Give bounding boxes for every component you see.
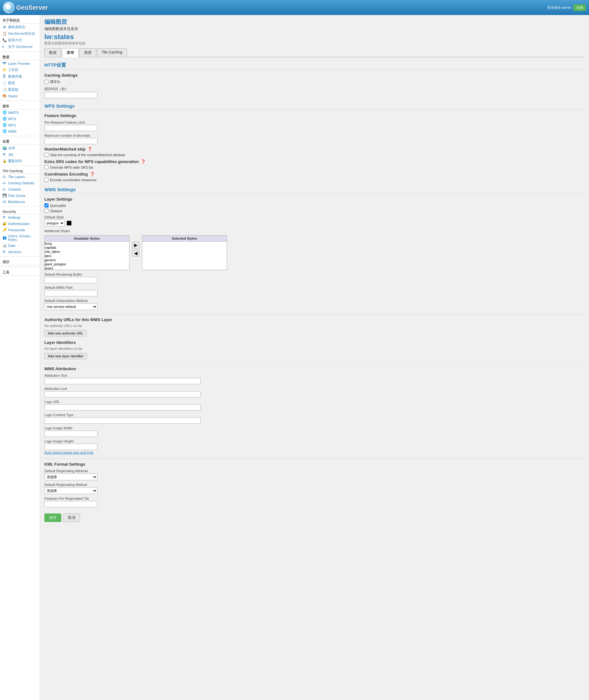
queryable-label: Queryable (50, 204, 66, 207)
tab-tile-caching[interactable]: Tile Caching (97, 48, 127, 57)
layer-settings-title: Layer Settings (44, 197, 585, 201)
sidebar-item-gridsets[interactable]: 🗂Gridsets (0, 186, 40, 192)
sidebar-section-demo: 演示 (0, 258, 40, 265)
override-srs-row: Override WFS wide SRS list (44, 165, 585, 169)
attribution-link-input[interactable] (44, 391, 201, 397)
add-authority-url-button[interactable]: Add new authority URL (44, 330, 86, 336)
move-right-button[interactable]: ▶ (132, 242, 140, 249)
tab-dimensions[interactable]: 维度 (79, 48, 96, 57)
regionating-attribute-select[interactable]: 清选择 (44, 473, 97, 480)
main-content: 编辑图层 编辑图数据并且发布 lw:states 配置当前图层的和发布信息 数据… (40, 15, 589, 700)
attribution-link-label: Attribution Link (44, 387, 585, 391)
header: GeoServer 登录身份 admin. 注销 (0, 0, 589, 15)
move-left-button[interactable]: ◀ (132, 250, 140, 257)
jai-icon: ⚙ (2, 152, 7, 157)
extra-srs-row: Extra SRS codes for WFS capabilities gen… (44, 159, 585, 164)
sidebar-item-about[interactable]: ℹ关于 GeoServer (0, 43, 40, 50)
sidebar-item-users[interactable]: 👥Users, Groups, Roles (0, 233, 40, 243)
queryable-checkbox[interactable] (44, 203, 48, 207)
wms-icon: 🌐 (2, 129, 7, 134)
logo-image-height-label: Logo Image Height (44, 439, 585, 443)
selected-styles-header: Selected Styles (142, 236, 227, 242)
logo-content-type-input[interactable] (44, 417, 201, 424)
sidebar-item-jai[interactable]: ⚙JAI (0, 151, 40, 158)
extra-srs-title: Extra SRS codes for WFS capabilities gen… (44, 159, 139, 164)
sidebar-section-security: Security (0, 208, 40, 215)
save-button[interactable]: 保存 (44, 514, 61, 522)
sidebar-item-caching-defaults[interactable]: 🗂Caching Defaults (0, 180, 40, 186)
page-subtitle: 编辑图数据并且发布 (44, 26, 585, 32)
sidebar-section-data: 数据 (0, 53, 40, 60)
sidebar-item-authentication[interactable]: 🔐Authentication (0, 221, 40, 227)
sidebar-item-coverage-access[interactable]: 🔒覆盖访问 (0, 158, 40, 164)
logo-image-height-input[interactable]: 0 (44, 444, 97, 450)
override-srs-checkbox[interactable] (44, 165, 48, 169)
auto-detect-link[interactable]: Auto-detect image size and type (44, 451, 93, 454)
features-per-tile-input[interactable] (44, 501, 97, 507)
sidebar-item-store[interactable]: 🗄数据存储 (0, 73, 40, 80)
sidebar-item-layer-preview[interactable]: 🗺Layer Preview (0, 60, 40, 66)
sidebar-item-workspace[interactable]: 📁工作区 (0, 66, 40, 73)
contact-icon: 📞 (2, 38, 7, 42)
encode-coordinates-checkbox[interactable] (44, 178, 48, 182)
auth-icon: 🔐 (2, 222, 7, 226)
default-wms-path-input[interactable] (44, 290, 97, 296)
cache-headers-row: 缓存头 (44, 80, 585, 84)
numbermatched-checkbox[interactable] (44, 153, 48, 157)
style-icon: 🎨 (2, 94, 7, 98)
preview-icon: 🗺 (2, 61, 7, 66)
log-icon: 📋 (2, 32, 7, 36)
logo-image-width-input[interactable]: 0 (44, 431, 97, 437)
add-layer-identifier-button[interactable]: Add new layer identifier (44, 353, 87, 359)
numbermatched-title: NumberMatched skip (44, 147, 85, 151)
sidebar-item-wmts[interactable]: 🌐WMTS (0, 110, 40, 116)
sidebar-item-wcs[interactable]: 🌐WCS (0, 116, 40, 122)
sidebar-item-data-sec[interactable]: 📊Data (0, 243, 40, 249)
cache-time-label: 缓存时间（秒） (44, 87, 585, 91)
cache-headers-checkbox[interactable] (44, 80, 48, 84)
store-icon: 🗄 (2, 75, 7, 79)
user-info: 登录身份 admin. (547, 5, 572, 10)
selected-styles-list[interactable] (142, 242, 227, 270)
sidebar-item-tile-layers[interactable]: 🗂Tile Layers (0, 174, 40, 180)
sidebar-item-contact[interactable]: 📞联系方式 (0, 37, 40, 43)
sidebar-item-global[interactable]: 🌍全球 (0, 145, 40, 151)
sidebar-item-blobstores[interactable]: 🗃BlobStores (0, 199, 40, 205)
max-decimals-input[interactable]: 0 (44, 138, 97, 144)
per-request-input[interactable]: 0 (44, 125, 97, 131)
default-style-select[interactable]: polygon line point (44, 220, 65, 227)
sidebar-item-log[interactable]: 📋GeoServer的日志 (0, 30, 40, 37)
per-request-label: Per-Request Feature Limit (44, 121, 585, 124)
available-styles-list[interactable]: burg capitals cite_lakes dem generic gia… (45, 242, 129, 270)
default-rendering-buffer-input[interactable] (44, 277, 97, 283)
style-color-preview[interactable] (66, 221, 71, 226)
sidebar-section-tile-caching: Tile Caching (0, 167, 40, 174)
cache-headers-label: 缓存头 (50, 80, 60, 84)
no-authority-urls-text: No authority URLs so far (44, 324, 585, 328)
sidebar-item-services-sec[interactable]: ⚙Services (0, 249, 40, 255)
cancel-button[interactable]: 取消 (63, 514, 80, 522)
regionating-method-select[interactable]: 清选择 (44, 487, 97, 494)
attribution-text-input[interactable] (44, 378, 201, 384)
cache-time-input[interactable] (44, 92, 97, 98)
logo-url-input[interactable] (44, 404, 201, 411)
sidebar-item-styles[interactable]: 🎨Styles (0, 93, 40, 99)
sidebar-item-layers[interactable]: 📄图层 (0, 80, 40, 86)
authority-urls-title: Authority URLs for this WMS Layer (44, 317, 585, 322)
sidebar-item-layergroup[interactable]: 📑图层组 (0, 86, 40, 93)
tab-data[interactable]: 数据 (44, 48, 61, 57)
sidebar-item-sec-settings[interactable]: ⚙Settings (0, 215, 40, 221)
sidebar-item-wfs[interactable]: 🌐WFS (0, 122, 40, 128)
tab-publish[interactable]: 发布 (62, 48, 79, 57)
numbermatched-checkbox-row: Skip the counting of the numberMatched a… (44, 153, 585, 157)
coordinates-encoding-row: Coordinates Encoding ❓ (44, 172, 585, 176)
available-styles-box: Available Styles burg capitals cite_lake… (44, 235, 130, 270)
server-icon: 🖥 (2, 25, 7, 29)
default-interpolation-select[interactable]: Use service default Nearest neighbor Bil… (44, 303, 97, 310)
sidebar-item-wms[interactable]: 🌐WMS (0, 128, 40, 135)
sidebar-item-disk-quota[interactable]: 💾Disk Quota (0, 192, 40, 199)
opaque-checkbox[interactable] (44, 209, 48, 213)
sidebar-item-server-status[interactable]: 🖥服务器状态 (0, 24, 40, 30)
sidebar-item-passwords[interactable]: 🔑Passwords (0, 227, 40, 233)
logout-button[interactable]: 注销 (573, 4, 586, 11)
